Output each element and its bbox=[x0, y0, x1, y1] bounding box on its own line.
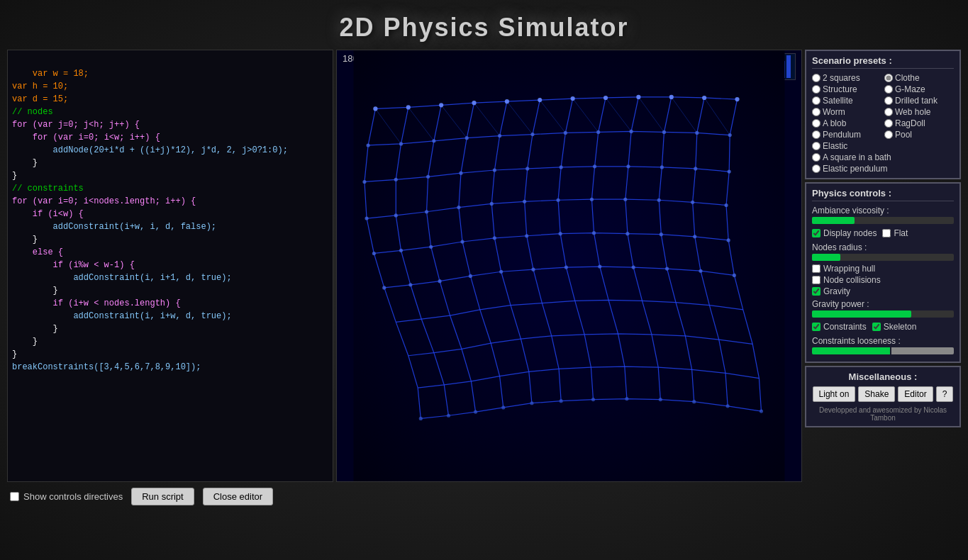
nodes-radius-slider[interactable] bbox=[812, 254, 954, 261]
node-collisions-checkbox[interactable]: Node collisions bbox=[812, 275, 954, 285]
svg-point-80 bbox=[632, 265, 635, 269]
viscosity-slider[interactable] bbox=[812, 217, 954, 224]
svg-point-82 bbox=[699, 269, 702, 273]
svg-point-54 bbox=[556, 198, 560, 202]
svg-point-21 bbox=[669, 95, 674, 99]
svg-point-70 bbox=[693, 235, 696, 238]
gravity-power-slider[interactable] bbox=[812, 310, 954, 318]
scenario-elastic[interactable]: Elastic bbox=[812, 141, 881, 151]
skeleton-checkbox[interactable]: Skeleton bbox=[872, 322, 917, 332]
svg-point-29 bbox=[530, 133, 534, 136]
scenario-pendulum[interactable]: Pendulum bbox=[812, 130, 881, 140]
close-editor-button[interactable]: Close editor bbox=[203, 488, 273, 505]
scenario-drilledtank[interactable]: Drilled tank bbox=[884, 96, 954, 106]
svg-point-24 bbox=[367, 143, 370, 147]
scenario-pool[interactable]: Pool bbox=[884, 130, 954, 140]
viscosity-label: Ambiance viscosity : bbox=[812, 206, 954, 215]
scenario-webhole[interactable]: Web hole bbox=[884, 107, 954, 117]
wrapping-hull-checkbox[interactable]: Wrapping hull bbox=[812, 264, 954, 274]
svg-point-48 bbox=[365, 216, 368, 220]
svg-point-56 bbox=[623, 198, 627, 201]
svg-point-79 bbox=[598, 264, 601, 268]
svg-point-50 bbox=[425, 210, 428, 213]
run-script-button[interactable]: Run script bbox=[131, 488, 194, 505]
show-controls-checkbox[interactable] bbox=[10, 492, 19, 501]
svg-point-38 bbox=[426, 175, 430, 179]
svg-point-78 bbox=[564, 265, 568, 269]
flat-label: Flat bbox=[894, 228, 908, 238]
scenario-presets-section: Scenario presets : 2 squares Clothe Stru… bbox=[805, 50, 961, 179]
svg-point-69 bbox=[660, 233, 663, 236]
svg-point-49 bbox=[394, 213, 398, 217]
physics-visualization bbox=[337, 50, 801, 481]
flat-checkbox[interactable]: Flat bbox=[882, 228, 908, 238]
svg-point-28 bbox=[498, 134, 501, 138]
svg-point-19 bbox=[603, 96, 608, 100]
svg-point-87 bbox=[659, 398, 662, 401]
misc-buttons: Light on Shake Editor ? bbox=[812, 386, 954, 402]
show-controls-text: Show controls directives bbox=[23, 491, 123, 502]
misc-section: Miscellaneous : Light on Shake Editor ? … bbox=[805, 366, 961, 427]
editor-button[interactable]: Editor bbox=[898, 386, 933, 402]
bottom-bar: Show controls directives Run script Clos… bbox=[0, 482, 968, 511]
svg-point-17 bbox=[538, 98, 542, 102]
constraints-checkbox[interactable]: Constraints bbox=[812, 322, 867, 332]
svg-point-45 bbox=[660, 165, 664, 169]
constraints-looseness-slider[interactable] bbox=[812, 347, 954, 354]
shake-button[interactable]: Shake bbox=[858, 386, 895, 402]
skeleton-label: Skeleton bbox=[884, 322, 917, 332]
scenario-ragdoll[interactable]: RagDoll bbox=[884, 118, 954, 128]
svg-point-88 bbox=[625, 397, 628, 401]
svg-point-59 bbox=[724, 203, 728, 207]
svg-point-65 bbox=[525, 234, 528, 237]
svg-point-53 bbox=[523, 200, 526, 203]
gravity-label: Gravity bbox=[823, 286, 850, 296]
simulation-canvas[interactable]: 180 nodes 604 constraints 66 fps bbox=[336, 50, 802, 482]
svg-point-31 bbox=[596, 130, 600, 134]
show-controls-label[interactable]: Show controls directives bbox=[10, 491, 123, 502]
svg-point-13 bbox=[406, 105, 411, 109]
svg-point-72 bbox=[382, 286, 386, 289]
scenario-squareinbath[interactable]: A square in a bath bbox=[812, 152, 954, 162]
svg-point-94 bbox=[447, 414, 450, 418]
scenario-structure[interactable]: Structure bbox=[812, 84, 881, 94]
svg-point-30 bbox=[564, 131, 567, 135]
svg-point-20 bbox=[636, 95, 640, 99]
code-editor[interactable]: var w = 18; var h = 10; var d = 15; // n… bbox=[7, 50, 333, 482]
svg-point-60 bbox=[372, 252, 376, 255]
svg-point-83 bbox=[733, 274, 736, 277]
scenario-gmaze[interactable]: G-Maze bbox=[884, 84, 954, 94]
svg-point-41 bbox=[525, 167, 529, 170]
svg-point-67 bbox=[592, 231, 596, 235]
svg-point-47 bbox=[728, 169, 731, 173]
nodes-radius-label: Nodes radius : bbox=[812, 242, 954, 252]
svg-point-55 bbox=[590, 198, 594, 201]
scenario-worm[interactable]: Worm bbox=[812, 107, 881, 117]
gravity-checkbox[interactable]: Gravity bbox=[812, 286, 954, 296]
help-button[interactable]: ? bbox=[936, 386, 954, 402]
display-nodes-checkbox[interactable]: Display nodes bbox=[812, 228, 877, 238]
constraints-label: Constraints bbox=[823, 322, 867, 332]
node-collisions-label: Node collisions bbox=[823, 275, 881, 285]
scenario-elasticpendulum[interactable]: Elastic pendulum bbox=[812, 164, 954, 174]
light-on-button[interactable]: Light on bbox=[813, 386, 856, 402]
scenario-ablob[interactable]: A blob bbox=[812, 118, 881, 128]
svg-point-16 bbox=[505, 99, 509, 103]
svg-point-93 bbox=[474, 410, 477, 414]
svg-point-33 bbox=[662, 130, 666, 134]
svg-point-95 bbox=[419, 417, 423, 420]
scenario-grid: 2 squares Clothe Structure G-Maze Satell… bbox=[812, 73, 954, 174]
scenario-2squares[interactable]: 2 squares bbox=[812, 73, 881, 83]
svg-point-46 bbox=[694, 167, 697, 170]
svg-point-86 bbox=[692, 400, 696, 403]
svg-point-63 bbox=[460, 240, 464, 243]
svg-point-39 bbox=[459, 172, 462, 175]
svg-point-26 bbox=[432, 139, 435, 142]
scenario-clothe[interactable]: Clothe bbox=[884, 73, 954, 83]
scenario-satellite[interactable]: Satellite bbox=[812, 96, 881, 106]
svg-point-52 bbox=[490, 202, 494, 206]
svg-point-35 bbox=[728, 133, 732, 137]
svg-point-40 bbox=[493, 168, 496, 172]
misc-title: Miscellaneous : bbox=[812, 371, 954, 382]
physics-controls-section: Physics controls : Ambiance viscosity : … bbox=[805, 182, 961, 363]
